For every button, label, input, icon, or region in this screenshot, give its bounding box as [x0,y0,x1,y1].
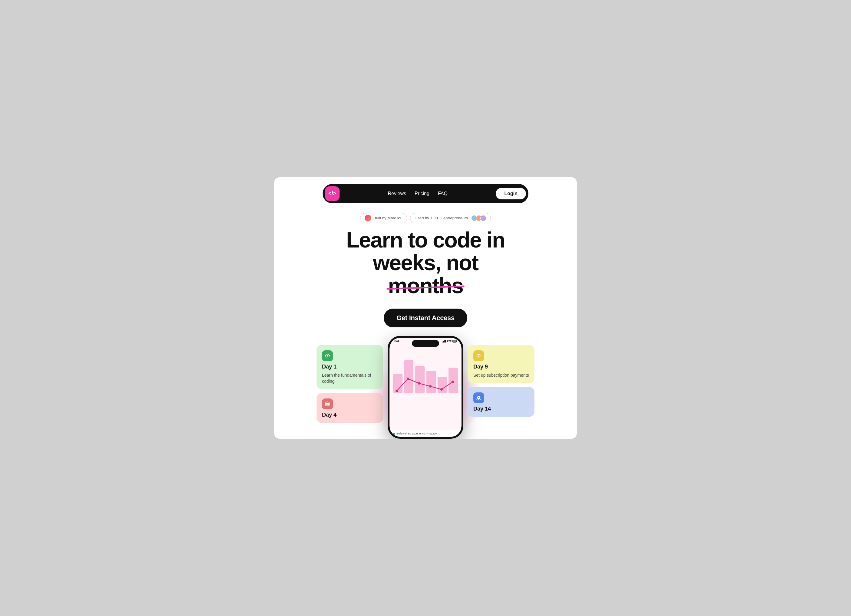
card-icon-day1 [322,350,333,361]
svg-point-17 [478,397,480,398]
card-day1-desc: Learn the fundamentals of coding [322,373,378,384]
card-day1-title: Day 1 [322,364,378,370]
phone-signal: LTE ⚡ [442,340,457,343]
card-day9: Day 9 Set up subscription payments [468,345,534,383]
nav-link-pricing[interactable]: Pricing [415,191,429,196]
svg-rect-4 [444,340,445,343]
wifi-icon [476,353,481,359]
svg-rect-7 [457,340,457,342]
nav-links: Reviews Pricing FAQ [388,191,448,196]
badges-row: Built by Marc lou Used by 1,801+ entrepr… [292,213,559,223]
used-by-text: Used by 1,801+ entrepreneurs [415,216,468,220]
bar-1 [393,374,403,393]
phone-frame: 9:41 LTE [388,336,463,439]
card-day4: Day 4 [317,393,383,423]
card-day4-title: Day 4 [322,412,378,418]
chart-bars [393,345,458,393]
nav-link-reviews[interactable]: Reviews [388,191,406,196]
cta-label: Get Instant Access [397,314,454,322]
card-day9-desc: Set up subscription payments [473,373,529,379]
battery-icon: ⚡ [453,340,457,343]
card-day14: Day 14 [468,387,534,417]
phone-mockup: 9:41 LTE [383,336,468,439]
svg-point-1 [326,402,329,403]
bar-6 [448,368,458,393]
navbar: </> Reviews Pricing FAQ Login [323,184,528,203]
logo-text: </> [328,190,336,197]
phone-label-text: Built with no experience — $120+ [397,432,437,435]
bar-4 [426,371,436,393]
phone-notch [412,340,439,347]
card-icon-day9 [473,350,484,361]
hero-line1: Learn to code in [346,228,505,252]
used-by-badge: Used by 1,801+ entrepreneurs [410,213,491,223]
bottom-section: Day 1 Learn the fundamentals of coding D… [274,336,577,439]
card-icon-day14 [473,392,484,403]
phone-bottom-label: Built with no experience — $120+ [389,430,462,437]
bar-2 [404,360,414,393]
database-icon [325,401,330,407]
bar-5 [438,377,447,393]
nav-link-faq[interactable]: FAQ [438,191,448,196]
signal-icon [442,340,446,343]
cards-left: Day 1 Learn the fundamentals of coding D… [317,345,383,423]
rocket-icon [476,395,481,401]
svg-point-16 [478,357,480,358]
card-day1: Day 1 Learn the fundamentals of coding [317,345,383,389]
bar-3 [415,366,425,393]
code-icon [325,353,330,359]
svg-rect-2 [442,342,443,343]
phone-chart [389,343,462,403]
built-by-text: Built by Marc lou [373,216,403,220]
hero-strikethrough: months [388,274,463,297]
lte-text: LTE [447,340,451,343]
nav-logo[interactable]: </> [325,186,340,201]
marc-avatar [365,215,371,221]
svg-rect-3 [443,341,444,343]
card-day9-title: Day 9 [473,364,529,370]
hero-section: Built by Marc lou Used by 1,801+ entrepr… [274,210,577,336]
card-icon-day4 [322,398,333,409]
cards-right: Day 9 Set up subscription payments Day 1… [468,345,534,417]
svg-rect-5 [445,340,446,343]
login-button[interactable]: Login [496,188,526,199]
svg-text:⚡: ⚡ [453,341,455,343]
phone-time: 9:41 [394,340,399,343]
built-by-badge: Built by Marc lou [360,213,407,223]
user-avatar-3 [480,215,486,221]
hero-title: Learn to code in weeks, not months [292,229,559,297]
cta-button[interactable]: Get Instant Access [384,309,467,328]
hero-strikethrough-text: months [388,273,463,298]
page-wrapper: </> Reviews Pricing FAQ Login Built by M… [274,177,577,439]
dot-green [393,433,395,435]
hero-line2: weeks, not [373,251,478,275]
svg-line-0 [327,354,328,358]
phone-screen: 9:41 LTE [389,338,462,437]
card-day14-title: Day 14 [473,406,529,412]
